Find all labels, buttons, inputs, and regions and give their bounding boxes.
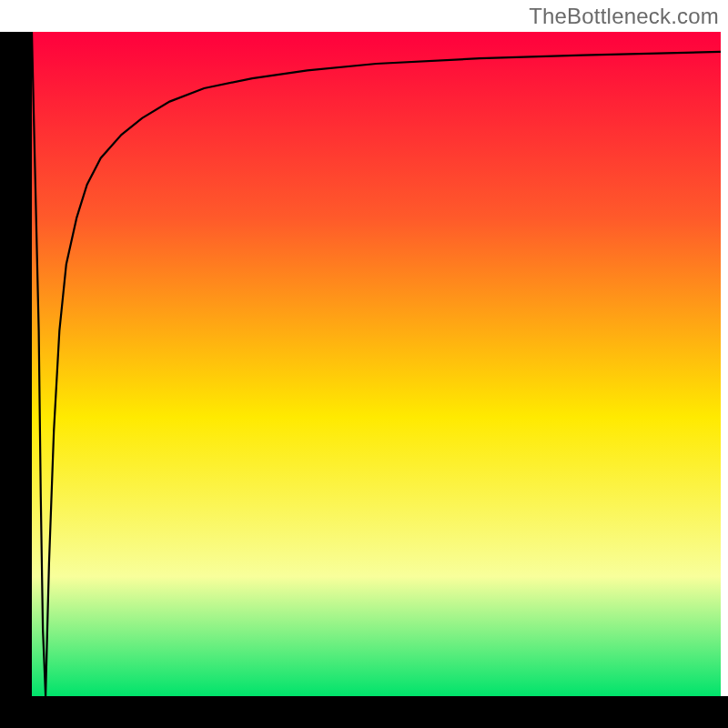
axis-y (0, 32, 32, 728)
plot-background (32, 32, 721, 696)
attribution-label: TheBottleneck.com (529, 4, 719, 29)
chart-container: { "attribution": "TheBottleneck.com", "c… (0, 0, 728, 728)
axis-x (0, 696, 728, 728)
chart-svg (0, 0, 728, 728)
